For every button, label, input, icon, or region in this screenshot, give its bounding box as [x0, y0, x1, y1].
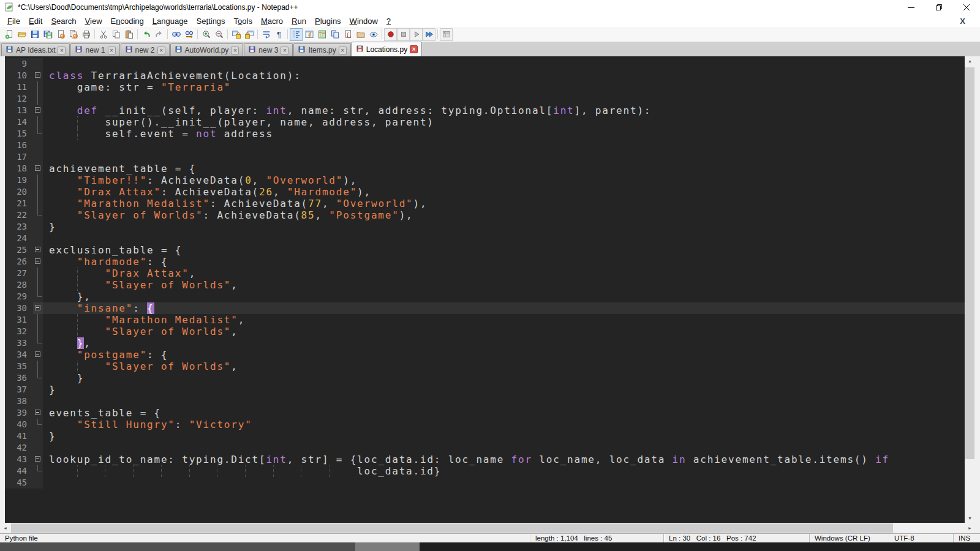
document-map-icon[interactable]: [315, 28, 328, 41]
fold-toggle-icon[interactable]: [33, 70, 43, 81]
menu-edit[interactable]: Edit: [24, 16, 47, 26]
tab-close-icon[interactable]: ×: [108, 47, 116, 54]
menu-encoding[interactable]: Encoding: [107, 16, 148, 26]
fold-toggle-icon[interactable]: [33, 454, 43, 465]
code-editor[interactable]: 910class TerrariaAchievement(Location):1…: [5, 56, 965, 523]
fold-toggle-icon[interactable]: [33, 302, 43, 314]
fold-toggle-icon[interactable]: [33, 163, 43, 174]
menu-plugins[interactable]: Plugins: [311, 16, 345, 26]
scroll-right-arrow[interactable]: ►: [965, 523, 975, 533]
file-status-floppy-icon: [6, 45, 13, 55]
line-number: 21: [5, 198, 33, 209]
fold-toggle-icon[interactable]: [33, 256, 43, 268]
tab-close-icon[interactable]: ×: [58, 47, 66, 54]
fold-margin: [33, 337, 43, 349]
copy-icon[interactable]: [110, 28, 123, 41]
editor-region: 910class TerrariaAchievement(Location):1…: [0, 56, 980, 523]
tab-close-icon[interactable]: ×: [231, 47, 239, 54]
scroll-left-arrow[interactable]: ◄: [0, 523, 10, 533]
file-monitoring-icon[interactable]: [367, 28, 380, 41]
find-icon[interactable]: [170, 28, 183, 41]
document-list-icon[interactable]: [328, 28, 341, 41]
status-insert-mode: INS: [953, 534, 980, 542]
undo-icon[interactable]: [140, 28, 153, 41]
menu-help[interactable]: ?: [382, 16, 395, 26]
tab-new-2[interactable]: new 2×: [121, 43, 170, 56]
menu-language[interactable]: Language: [148, 16, 192, 26]
menu-run[interactable]: Run: [287, 16, 311, 26]
tab-autoworld-py[interactable]: AutoWorld.py×: [170, 43, 244, 56]
line-number: 9: [5, 58, 33, 70]
tab-items-py[interactable]: Items.py×: [293, 43, 350, 56]
restore-button[interactable]: [925, 0, 952, 15]
menu-settings[interactable]: Settings: [192, 16, 230, 26]
horizontal-scrollbar-thumb[interactable]: [11, 523, 893, 533]
document-close-x-button[interactable]: X: [960, 17, 965, 26]
code-text: "Still Hungry": "Victory": [43, 419, 965, 430]
save-file-icon[interactable]: [28, 28, 41, 41]
fold-toggle-icon[interactable]: [33, 349, 43, 361]
tab-close-icon[interactable]: ×: [339, 47, 347, 54]
vertical-scrollbar[interactable]: ▲ ▼: [965, 56, 975, 523]
line-number: 10: [5, 70, 33, 81]
show-indent-guide-icon[interactable]: [290, 28, 303, 41]
scroll-up-arrow[interactable]: ▲: [965, 56, 975, 66]
new-file-icon[interactable]: [2, 28, 15, 41]
line-number: 42: [5, 442, 33, 454]
line-number: 35: [5, 361, 33, 372]
tab-new-3[interactable]: new 3×: [244, 43, 293, 56]
sync-vertical-icon[interactable]: [230, 28, 243, 41]
fold-margin: [33, 81, 43, 93]
macro-play-icon[interactable]: [410, 28, 423, 41]
fold-toggle-icon[interactable]: [33, 244, 43, 256]
macro-stop-icon[interactable]: [397, 28, 410, 41]
tab-label: Locations.py: [366, 45, 407, 54]
sync-horizontal-icon[interactable]: [243, 28, 255, 41]
fold-toggle-icon[interactable]: [33, 407, 43, 419]
code-line: 34 "postgame": {: [5, 349, 965, 361]
paste-icon[interactable]: [123, 28, 135, 41]
close-all-icon[interactable]: [67, 28, 80, 41]
document-switcher-icon[interactable]: [440, 28, 453, 41]
close-file-icon[interactable]: [54, 28, 67, 41]
save-all-icon[interactable]: [41, 28, 54, 41]
code-text: }: [43, 430, 965, 442]
code-text: [43, 395, 965, 407]
tab-close-icon[interactable]: ×: [281, 47, 288, 54]
redo-icon[interactable]: [153, 28, 165, 41]
file-status-floppy-icon: [298, 45, 306, 55]
fold-margin: [33, 395, 43, 407]
menu-tools[interactable]: Tools: [230, 16, 257, 26]
cut-icon[interactable]: [97, 28, 110, 41]
zoom-in-icon[interactable]: [200, 28, 213, 41]
tab-locations-py[interactable]: Locations.py×: [352, 42, 422, 56]
function-list-icon[interactable]: f: [341, 28, 354, 41]
show-all-characters-icon[interactable]: ¶: [273, 28, 285, 41]
menu-file[interactable]: File: [3, 16, 24, 26]
print-icon[interactable]: [80, 28, 92, 41]
tab-close-icon[interactable]: ×: [157, 47, 165, 54]
folder-as-workspace-icon[interactable]: [354, 28, 367, 41]
function-list-panel-icon[interactable]: [303, 28, 315, 41]
horizontal-scrollbar[interactable]: ◄ ►: [0, 523, 980, 533]
menu-view[interactable]: View: [81, 16, 107, 26]
scroll-down-arrow[interactable]: ▼: [965, 514, 975, 523]
word-wrap-icon[interactable]: [260, 28, 273, 41]
vertical-scrollbar-thumb[interactable]: [965, 67, 974, 459]
minimize-button[interactable]: [897, 0, 925, 15]
menu-search[interactable]: Search: [47, 16, 80, 26]
macro-record-icon[interactable]: [384, 28, 397, 41]
open-file-icon[interactable]: [15, 28, 28, 41]
tab-ap-ideas-txt[interactable]: AP Ideas.txt×: [1, 43, 70, 56]
menu-macro[interactable]: Macro: [257, 16, 287, 26]
replace-icon[interactable]: [183, 28, 195, 41]
tab-close-icon[interactable]: ×: [410, 45, 418, 53]
code-text: "insane": {: [43, 302, 965, 314]
macro-run-multiple-icon[interactable]: [423, 28, 435, 41]
close-button[interactable]: [952, 0, 980, 15]
zoom-out-icon[interactable]: [213, 28, 225, 41]
tab-new-1[interactable]: new 1×: [70, 43, 119, 56]
fold-toggle-icon[interactable]: [33, 105, 43, 116]
toolbar-separator: [137, 29, 138, 39]
menu-window[interactable]: Window: [345, 16, 382, 26]
